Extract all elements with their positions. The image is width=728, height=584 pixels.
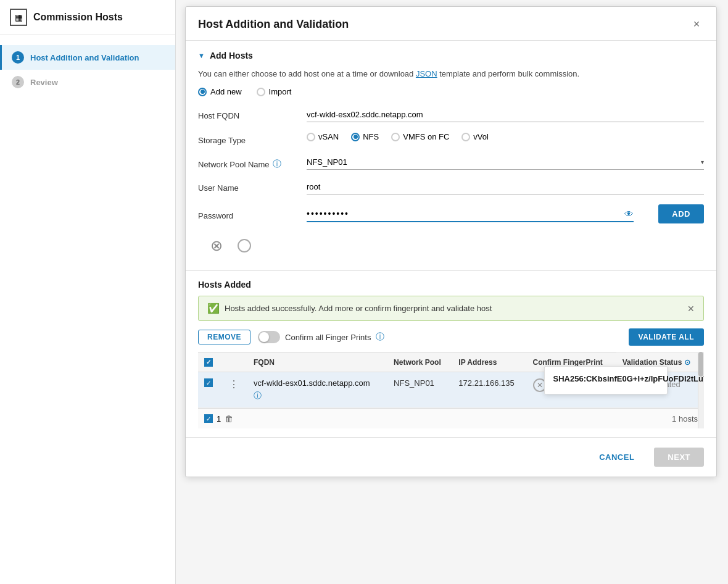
row-network-pool-cell: NFS_NP01 xyxy=(387,372,452,408)
password-label: Password xyxy=(198,207,297,220)
network-pool-value: NFS_NP01 xyxy=(307,157,347,167)
vmfs-fc-radio-circle xyxy=(391,133,400,141)
row-ip-address: 172.21.166.135 xyxy=(458,378,514,388)
network-pool-control: NFS_NP01 ▾ xyxy=(307,155,704,170)
success-text: ✅ Hosts added successfully. Add more or … xyxy=(207,302,492,314)
add-mode-radio-group: Add new Import xyxy=(198,87,704,96)
step-2-number: 2 xyxy=(12,76,24,88)
confirm-fingerprints-toggle[interactable] xyxy=(258,331,280,343)
scroll-thumb xyxy=(698,352,703,377)
close-button[interactable]: × xyxy=(689,17,704,31)
banner-close-button[interactable]: ✕ xyxy=(687,304,695,314)
show-password-icon[interactable]: 👁 xyxy=(624,209,634,219)
sidebar-item-host-addition[interactable]: 1 Host Addition and Validation xyxy=(0,45,175,70)
row-more-options-icon[interactable]: ⋮ xyxy=(226,379,241,390)
sidebar-title: Commission Hosts xyxy=(33,12,123,23)
import-radio[interactable]: Import xyxy=(257,87,292,96)
username-row: User Name xyxy=(198,180,704,194)
add-new-radio-circle xyxy=(198,88,207,96)
username-input[interactable] xyxy=(307,180,704,194)
add-new-label: Add new xyxy=(210,87,242,96)
row-fingerprint-cell: ✕ SHA256:CKbsinfE0G+I+z/IpFUoFDI2tLuYFZ4… xyxy=(527,372,616,408)
toolbar-left: REMOVE Confirm all Finger Prints ⓘ xyxy=(198,330,384,344)
confirm-fingerprints-label: Confirm all Finger Prints xyxy=(285,333,371,342)
footer-checkbox[interactable]: ✓ xyxy=(204,414,213,423)
nfs-label: NFS xyxy=(363,132,379,141)
add-hosts-section: ▼ Add Hosts You can either choose to add… xyxy=(186,41,716,270)
row-fqdn: vcf-wkld-esx01.sddc.netapp.com xyxy=(254,378,381,388)
footer-delete-icon[interactable]: 🗑 xyxy=(225,414,233,423)
section-toggle[interactable]: ▼ xyxy=(198,52,205,59)
add-button-wrap: ADD xyxy=(658,204,704,223)
header-actions-cell xyxy=(220,352,247,372)
toggle-thumb xyxy=(259,332,269,342)
storage-type-label: Storage Type xyxy=(198,132,297,145)
step-1-label: Host Addition and Validation xyxy=(30,53,139,62)
add-hosts-title: Add Hosts xyxy=(210,51,253,60)
fingerprints-info-icon[interactable]: ⓘ xyxy=(376,332,384,343)
vvol-label: vVol xyxy=(473,132,489,141)
import-radio-circle xyxy=(257,88,265,96)
add-new-radio-dot xyxy=(201,90,205,94)
sidebar-header: ▦ Commission Hosts xyxy=(0,0,175,35)
cancel-button[interactable]: CANCEL xyxy=(587,448,647,467)
nfs-radio[interactable]: NFS xyxy=(351,132,379,141)
fqdn-info-icon[interactable]: ⓘ xyxy=(254,390,381,401)
select-all-checkbox[interactable]: ✓ xyxy=(204,358,213,367)
username-label: User Name xyxy=(198,180,297,193)
vmfs-fc-radio[interactable]: VMFS on FC xyxy=(391,132,449,141)
table-row: ✓ ⋮ vcf-wkld-esx01.sddc.netapp.com ⓘ xyxy=(198,372,704,408)
footer-total: 1 hosts xyxy=(672,414,698,423)
row-checkbox[interactable]: ✓ xyxy=(204,378,213,387)
row-ip-cell: 172.21.166.135 xyxy=(452,372,526,408)
host-fqdn-input[interactable] xyxy=(307,107,704,122)
vsan-radio-circle xyxy=(307,133,315,141)
json-link[interactable]: JSON xyxy=(416,69,437,78)
dialog-header: Host Addition and Validation × xyxy=(186,7,716,41)
header-ip-address: IP Address xyxy=(452,352,526,372)
hosts-added-title: Hosts Added xyxy=(198,280,704,290)
main-dialog: Host Addition and Validation × ▼ Add Hos… xyxy=(185,6,717,477)
step-1-number: 1 xyxy=(12,51,24,64)
dialog-overlay: Host Addition and Validation × ▼ Add Hos… xyxy=(176,0,728,584)
password-row: Password 👁 ADD xyxy=(198,204,704,223)
table-footer: ✓ 1 🗑 1 hosts xyxy=(198,408,704,428)
row-fqdn-cell: vcf-wkld-esx01.sddc.netapp.com ⓘ xyxy=(247,372,387,408)
add-button[interactable]: ADD xyxy=(658,204,704,223)
fingerprint-popup: SHA256:CKbsinfE0G+I+z/IpFUoFDI2tLuYFZ47W… xyxy=(544,366,668,394)
vvol-radio[interactable]: vVol xyxy=(461,132,489,141)
validation-filter-icon[interactable]: ⊙ xyxy=(684,358,690,367)
row-network-pool: NFS_NP01 xyxy=(394,378,434,388)
status-circle-icon[interactable] xyxy=(238,239,251,252)
section-description: You can either choose to add host one at… xyxy=(198,69,704,78)
remove-button[interactable]: REMOVE xyxy=(198,330,250,344)
username-control xyxy=(307,180,704,194)
footer-select-area: ✓ 1 🗑 xyxy=(204,414,233,423)
network-pool-label: Network Pool Name ⓘ xyxy=(198,155,297,170)
row-checkbox-cell: ✓ xyxy=(198,372,220,408)
vsan-radio[interactable]: vSAN xyxy=(307,132,339,141)
add-new-radio[interactable]: Add new xyxy=(198,87,242,96)
status-x-icon[interactable]: ⊗ xyxy=(210,237,223,254)
sidebar-steps: 1 Host Addition and Validation 2 Review xyxy=(0,35,175,104)
host-fqdn-label: Host FQDN xyxy=(198,107,297,120)
status-icons-row: ⊗ xyxy=(198,233,704,261)
vmfs-fc-label: VMFS on FC xyxy=(403,132,449,141)
fingerprint-popup-title: SHA256:CKbsinfE0G+I+z/IpFUoFDI2tLuYFZ47W… xyxy=(553,373,658,385)
commission-hosts-icon: ▦ xyxy=(10,9,27,26)
next-button[interactable]: NEXT xyxy=(654,448,704,467)
hosts-toolbar: REMOVE Confirm all Finger Prints ⓘ VALID… xyxy=(198,328,704,346)
network-pool-dropdown[interactable]: NFS_NP01 ▾ xyxy=(307,155,704,170)
host-fqdn-control xyxy=(307,107,704,122)
network-pool-info-icon[interactable]: ⓘ xyxy=(273,159,281,170)
vsan-label: vSAN xyxy=(318,132,339,141)
dialog-title: Host Addition and Validation xyxy=(198,18,349,31)
header-checkbox-cell: ✓ xyxy=(198,352,220,372)
hosts-added-section: Hosts Added ✅ Hosts added successfully. … xyxy=(186,270,716,437)
header-network-pool: Network Pool xyxy=(387,352,452,372)
table-scrollbar[interactable] xyxy=(698,352,704,428)
sidebar-item-review[interactable]: 2 Review xyxy=(0,70,175,94)
validate-all-button[interactable]: VALIDATE ALL xyxy=(629,328,704,346)
network-pool-row: Network Pool Name ⓘ NFS_NP01 ▾ xyxy=(198,155,704,170)
password-input[interactable] xyxy=(307,206,634,222)
